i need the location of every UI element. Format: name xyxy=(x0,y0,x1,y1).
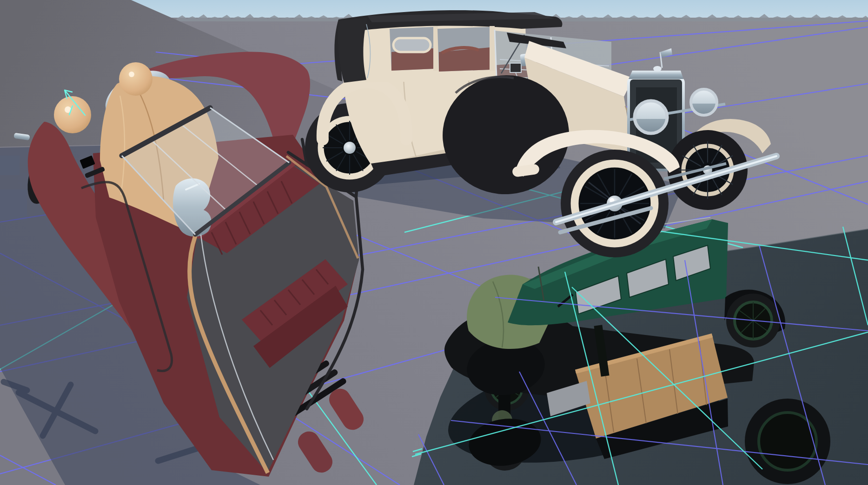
limo-oval-window xyxy=(393,38,431,52)
limo-radiator-cap xyxy=(653,66,662,72)
touring-headlight-left xyxy=(54,96,91,133)
limo-pillar-2 xyxy=(490,26,495,71)
limo-headlight-right xyxy=(691,89,717,115)
limo-rear-quarter-top xyxy=(338,18,368,83)
viewport-stage xyxy=(0,0,868,485)
3d-viewport-canvas[interactable] xyxy=(0,0,868,485)
touring-headlight-right xyxy=(119,62,152,96)
touring-headlight-right-specular xyxy=(129,72,134,77)
limo-radiator-top-tank xyxy=(629,71,683,79)
limo-b-pillar xyxy=(433,26,438,71)
limo-headlight-left xyxy=(635,101,667,133)
limo-rear-hub xyxy=(344,142,356,154)
limo-mirror xyxy=(510,63,521,72)
